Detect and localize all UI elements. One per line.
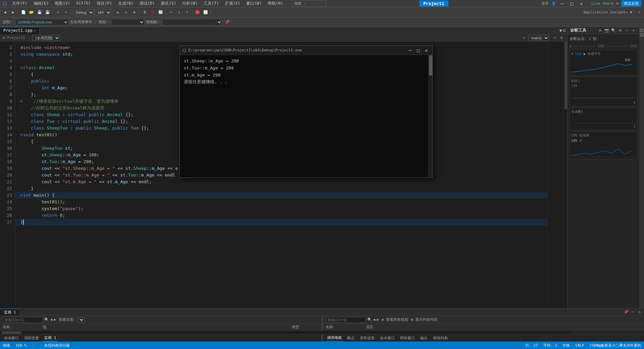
stack-selector[interactable] [162,19,222,26]
pin-btn[interactable]: 📌 [224,18,231,26]
menu-git[interactable]: Git(G) [73,0,93,7]
exceptions-tab[interactable]: 异常设置 [359,335,376,341]
menu-analyze[interactable]: 分析(N) [179,0,200,7]
bp-toggle-btn[interactable]: 🔴 [194,9,201,16]
run-no-debug-btn[interactable]: ▷ [122,9,130,16]
bp-settings-btn[interactable]: ⬜ [202,9,209,16]
watch-tab[interactable]: 监视 1 [0,309,20,315]
editor-v-scrollbar[interactable] [564,42,567,349]
live-share-btn[interactable]: Live Share [591,1,613,6]
bottom-h-scrollthumb[interactable] [1,331,21,334]
login-label[interactable]: 登录 [541,1,549,6]
diag-search-btn[interactable]: 🔍 [610,28,616,34]
split-editor-btn[interactable]: ⧉ [563,28,566,33]
error-list-tab[interactable]: 错误列表 [432,335,449,341]
callstack-tab[interactable]: 调用堆栈 [326,335,343,342]
settings-btn[interactable]: ⚙ [558,35,565,41]
menu-view[interactable]: 视图(V) [52,0,73,7]
console-maximize-btn[interactable]: □ [415,47,422,53]
diag-more-btn[interactable]: ⊞ [617,28,623,34]
menu-build[interactable]: 生成(B) [115,0,136,7]
tab-close-btn[interactable]: ✕ [34,29,36,33]
collapse-14[interactable]: ⊟ [20,132,22,138]
menu-extensions[interactable]: 扩展(X) [222,0,243,7]
diag-close-btn[interactable]: ✕ [631,28,637,34]
search-box[interactable]: 搜索 - [291,0,326,7]
platform-dropdown[interactable]: x64 [95,9,111,16]
save-all-btn[interactable]: 💾 [44,9,51,16]
watch1-tab[interactable]: 监视 1 [43,335,57,342]
auto-tab[interactable]: 自动窗口 [3,335,20,341]
scope-dropdown[interactable]: (全局范围) [33,35,60,41]
view-all-threads-btn[interactable]: ⊞ 查看所有线程 [382,317,408,322]
run-btn[interactable]: ▶ [114,9,122,16]
locals-tab[interactable]: 局部变量 [23,335,40,341]
new-file-btn[interactable]: 📄 [20,9,27,16]
zoom-level[interactable]: 150 % [15,343,26,348]
watch-search[interactable] [3,317,43,323]
callstack-search[interactable] [326,317,366,323]
watch-search-icon[interactable]: 🔍 [44,317,49,322]
line-ending[interactable]: CRLF [575,343,584,348]
bottom-close-btn[interactable]: ✕ [637,309,643,315]
callstack-fwd-btn[interactable]: ▶ [377,317,379,322]
console-scrollbar-thumb[interactable] [429,55,432,76]
thread-selector[interactable] [111,19,145,26]
breakpoints-tab[interactable]: 断点 [346,335,356,341]
callstack-back-btn[interactable]: ◀ [373,317,376,322]
login-icon[interactable]: 👤 [551,1,556,6]
immediate-tab[interactable]: 即时窗口 [399,335,416,341]
output-tab[interactable]: 输出 [419,335,429,341]
diag-minimize-btn[interactable]: ─ [624,28,630,34]
step-out-btn[interactable]: ↱ [183,9,191,16]
callstack-search-icon[interactable]: 🔍 [367,317,372,322]
watch-depth-select[interactable] [77,317,85,322]
menu-project[interactable]: 项目(P) [94,0,115,7]
far-right-btn1[interactable]: ⋮ [640,28,644,32]
perf-btn[interactable]: ⚡ [635,9,643,16]
bottom-minimize-btn[interactable]: ─ [630,309,636,315]
console-minimize-btn[interactable]: ─ [407,47,414,53]
minimize-btn[interactable]: ─ [559,0,566,7]
issues-status[interactable]: ✓ 未找到相关问题 [40,343,70,348]
indent-type[interactable]: 空格 [562,343,570,348]
git-status[interactable]: 就绪 [3,343,10,348]
menu-debug[interactable]: 调试(D) [137,0,158,7]
expand-btn[interactable]: + [552,35,558,41]
open-btn[interactable]: 📂 [28,9,35,16]
cursor-pos[interactable]: 行: 27 [525,343,538,348]
pause-btn[interactable]: ⏸ [141,9,148,16]
collapse-23[interactable]: ⊟ [20,192,22,199]
restart-btn[interactable]: 🔄 [157,9,164,16]
attach-btn[interactable]: ⊕ [130,9,138,16]
collapse-9[interactable]: ⊟ [20,98,22,105]
far-right-btn2[interactable]: ⋮ [640,33,644,37]
tab-project1-cpp[interactable]: Project1.cpp ✕ [0,27,40,34]
step-over-btn[interactable]: ↷ [167,9,175,16]
scrollbar-thumb[interactable] [565,42,567,109]
menu-edit[interactable]: 编辑(E) [31,0,52,7]
config-dropdown[interactable]: Debug [73,9,94,16]
undo-btn[interactable]: ↩ [54,9,62,16]
maximize-btn[interactable]: □ [568,0,575,7]
menu-window[interactable]: 窗口(W) [244,0,264,7]
close-btn[interactable]: ✕ [578,0,585,7]
command-window-tab[interactable]: 命令窗口 [379,335,396,341]
menu-tools[interactable]: 工具(T) [201,0,222,7]
collapse-4[interactable]: ⊟ [20,64,22,71]
forward-btn[interactable]: ▶ [9,9,17,16]
user-icon2[interactable]: ⚙ [616,1,619,6]
watch-back-btn[interactable]: ◀ [50,317,53,322]
send-feedback-btn[interactable]: 嗯送反馈 [621,0,641,7]
step-into-btn[interactable]: ↴ [175,9,183,16]
cursor-col[interactable]: 字符: 2 [543,343,557,348]
console-close-btn[interactable]: ✕ [423,47,430,53]
app-insights-btn[interactable]: Application Insights ▼ [583,10,632,14]
menu-test[interactable]: 测试(S) [158,0,179,7]
save-btn[interactable]: 💾 [36,9,43,16]
show-external-code-btn[interactable]: ⊞ 显示外部代码 [411,317,437,322]
redo-btn[interactable]: ↪ [62,9,70,16]
menu-help[interactable]: 帮助(H) [265,0,286,7]
back-btn[interactable]: ◀ [1,9,9,16]
project-breadcrumb[interactable]: ⊞ Project1 [3,36,25,40]
